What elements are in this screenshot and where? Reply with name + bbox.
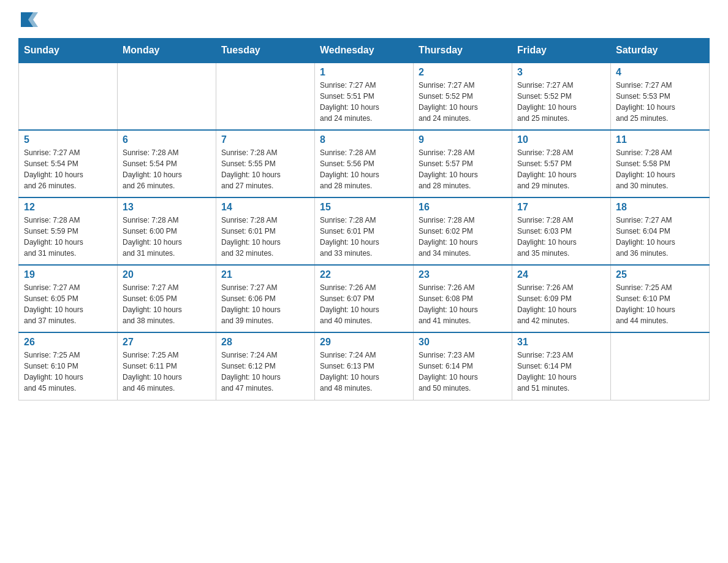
calendar-cell: 17Sunrise: 7:28 AM Sunset: 6:03 PM Dayli…: [512, 197, 611, 265]
day-number: 8: [320, 134, 408, 145]
day-number: 26: [24, 337, 112, 348]
day-info: Sunrise: 7:28 AM Sunset: 5:55 PM Dayligh…: [221, 147, 309, 191]
day-number: 18: [616, 202, 704, 213]
calendar-cell: 18Sunrise: 7:27 AM Sunset: 6:04 PM Dayli…: [611, 197, 710, 265]
calendar-cell: 3Sunrise: 7:27 AM Sunset: 5:52 PM Daylig…: [512, 63, 611, 130]
day-info: Sunrise: 7:27 AM Sunset: 6:04 PM Dayligh…: [616, 215, 704, 259]
day-info: Sunrise: 7:23 AM Sunset: 6:14 PM Dayligh…: [517, 350, 605, 394]
day-info: Sunrise: 7:26 AM Sunset: 6:09 PM Dayligh…: [517, 282, 605, 326]
calendar-week-row: 19Sunrise: 7:27 AM Sunset: 6:05 PM Dayli…: [19, 265, 710, 332]
day-number: 21: [221, 269, 309, 280]
calendar-cell: 23Sunrise: 7:26 AM Sunset: 6:08 PM Dayli…: [414, 265, 512, 332]
day-info: Sunrise: 7:26 AM Sunset: 6:07 PM Dayligh…: [320, 282, 408, 326]
day-number: 29: [320, 337, 408, 348]
calendar-cell: 26Sunrise: 7:25 AM Sunset: 6:10 PM Dayli…: [19, 332, 118, 400]
day-info: Sunrise: 7:28 AM Sunset: 6:01 PM Dayligh…: [320, 215, 408, 259]
calendar-cell: 29Sunrise: 7:24 AM Sunset: 6:13 PM Dayli…: [315, 332, 414, 400]
calendar-cell: 8Sunrise: 7:28 AM Sunset: 5:56 PM Daylig…: [315, 130, 414, 197]
day-number: 7: [221, 134, 309, 145]
day-info: Sunrise: 7:28 AM Sunset: 5:57 PM Dayligh…: [517, 147, 605, 191]
calendar-cell: 5Sunrise: 7:27 AM Sunset: 5:54 PM Daylig…: [19, 130, 118, 197]
calendar-cell: 24Sunrise: 7:26 AM Sunset: 6:09 PM Dayli…: [512, 265, 611, 332]
calendar-header-wednesday: Wednesday: [315, 39, 414, 63]
day-info: Sunrise: 7:27 AM Sunset: 6:06 PM Dayligh…: [221, 282, 309, 326]
calendar-cell: 27Sunrise: 7:25 AM Sunset: 6:11 PM Dayli…: [118, 332, 216, 400]
day-info: Sunrise: 7:27 AM Sunset: 5:53 PM Dayligh…: [616, 80, 704, 124]
calendar-cell: 31Sunrise: 7:23 AM Sunset: 6:14 PM Dayli…: [512, 332, 611, 400]
logo: [18, 12, 38, 26]
day-number: 30: [419, 337, 507, 348]
day-number: 4: [616, 67, 704, 78]
day-number: 15: [320, 202, 408, 213]
day-number: 19: [24, 269, 112, 280]
day-info: Sunrise: 7:27 AM Sunset: 5:52 PM Dayligh…: [419, 80, 507, 124]
day-number: 16: [419, 202, 507, 213]
day-info: Sunrise: 7:27 AM Sunset: 5:52 PM Dayligh…: [517, 80, 605, 124]
day-number: 28: [221, 337, 309, 348]
calendar-header-saturday: Saturday: [611, 39, 710, 63]
day-info: Sunrise: 7:28 AM Sunset: 5:59 PM Dayligh…: [24, 215, 112, 259]
calendar-header-sunday: Sunday: [19, 39, 118, 63]
calendar-cell: 6Sunrise: 7:28 AM Sunset: 5:54 PM Daylig…: [118, 130, 216, 197]
day-info: Sunrise: 7:27 AM Sunset: 6:05 PM Dayligh…: [24, 282, 112, 326]
day-info: Sunrise: 7:28 AM Sunset: 5:54 PM Dayligh…: [123, 147, 211, 191]
day-info: Sunrise: 7:24 AM Sunset: 6:13 PM Dayligh…: [320, 350, 408, 394]
svg-marker-1: [28, 12, 38, 27]
calendar-cell: [19, 63, 118, 130]
calendar-cell: 13Sunrise: 7:28 AM Sunset: 6:00 PM Dayli…: [118, 197, 216, 265]
calendar-cell: 28Sunrise: 7:24 AM Sunset: 6:12 PM Dayli…: [216, 332, 315, 400]
day-number: 17: [517, 202, 605, 213]
calendar-week-row: 1Sunrise: 7:27 AM Sunset: 5:51 PM Daylig…: [19, 63, 710, 130]
day-number: 20: [123, 269, 211, 280]
calendar-week-row: 5Sunrise: 7:27 AM Sunset: 5:54 PM Daylig…: [19, 130, 710, 197]
calendar-cell: 25Sunrise: 7:25 AM Sunset: 6:10 PM Dayli…: [611, 265, 710, 332]
calendar-cell: 4Sunrise: 7:27 AM Sunset: 5:53 PM Daylig…: [611, 63, 710, 130]
calendar-header-row: SundayMondayTuesdayWednesdayThursdayFrid…: [19, 39, 710, 63]
calendar-cell: 12Sunrise: 7:28 AM Sunset: 5:59 PM Dayli…: [19, 197, 118, 265]
page-header: [18, 12, 710, 26]
calendar-cell: [216, 63, 315, 130]
calendar-header-monday: Monday: [118, 39, 216, 63]
calendar-week-row: 12Sunrise: 7:28 AM Sunset: 5:59 PM Dayli…: [19, 197, 710, 265]
day-info: Sunrise: 7:27 AM Sunset: 5:54 PM Dayligh…: [24, 147, 112, 191]
calendar-cell: 1Sunrise: 7:27 AM Sunset: 5:51 PM Daylig…: [315, 63, 414, 130]
day-info: Sunrise: 7:28 AM Sunset: 6:00 PM Dayligh…: [123, 215, 211, 259]
calendar-cell: 11Sunrise: 7:28 AM Sunset: 5:58 PM Dayli…: [611, 130, 710, 197]
day-info: Sunrise: 7:28 AM Sunset: 5:56 PM Dayligh…: [320, 147, 408, 191]
calendar-cell: 14Sunrise: 7:28 AM Sunset: 6:01 PM Dayli…: [216, 197, 315, 265]
calendar-cell: [611, 332, 710, 400]
day-info: Sunrise: 7:25 AM Sunset: 6:10 PM Dayligh…: [616, 282, 704, 326]
calendar-header-thursday: Thursday: [414, 39, 512, 63]
day-info: Sunrise: 7:23 AM Sunset: 6:14 PM Dayligh…: [419, 350, 507, 394]
day-number: 1: [320, 67, 408, 78]
calendar-cell: 21Sunrise: 7:27 AM Sunset: 6:06 PM Dayli…: [216, 265, 315, 332]
day-number: 6: [123, 134, 211, 145]
day-info: Sunrise: 7:28 AM Sunset: 6:01 PM Dayligh…: [221, 215, 309, 259]
day-number: 31: [517, 337, 605, 348]
calendar-cell: 30Sunrise: 7:23 AM Sunset: 6:14 PM Dayli…: [414, 332, 512, 400]
day-number: 27: [123, 337, 211, 348]
calendar-cell: 7Sunrise: 7:28 AM Sunset: 5:55 PM Daylig…: [216, 130, 315, 197]
logo-flag-icon: [20, 10, 38, 28]
day-number: 3: [517, 67, 605, 78]
day-number: 10: [517, 134, 605, 145]
calendar-header-tuesday: Tuesday: [216, 39, 315, 63]
calendar-cell: 15Sunrise: 7:28 AM Sunset: 6:01 PM Dayli…: [315, 197, 414, 265]
day-info: Sunrise: 7:25 AM Sunset: 6:11 PM Dayligh…: [123, 350, 211, 394]
day-number: 11: [616, 134, 704, 145]
day-info: Sunrise: 7:28 AM Sunset: 6:02 PM Dayligh…: [419, 215, 507, 259]
calendar-cell: 22Sunrise: 7:26 AM Sunset: 6:07 PM Dayli…: [315, 265, 414, 332]
day-number: 25: [616, 269, 704, 280]
day-number: 5: [24, 134, 112, 145]
calendar-cell: 9Sunrise: 7:28 AM Sunset: 5:57 PM Daylig…: [414, 130, 512, 197]
day-number: 12: [24, 202, 112, 213]
day-number: 9: [419, 134, 507, 145]
day-number: 24: [517, 269, 605, 280]
calendar-header-friday: Friday: [512, 39, 611, 63]
day-info: Sunrise: 7:27 AM Sunset: 5:51 PM Dayligh…: [320, 80, 408, 124]
day-info: Sunrise: 7:24 AM Sunset: 6:12 PM Dayligh…: [221, 350, 309, 394]
calendar-week-row: 26Sunrise: 7:25 AM Sunset: 6:10 PM Dayli…: [19, 332, 710, 400]
day-info: Sunrise: 7:28 AM Sunset: 5:57 PM Dayligh…: [419, 147, 507, 191]
calendar-cell: 10Sunrise: 7:28 AM Sunset: 5:57 PM Dayli…: [512, 130, 611, 197]
day-number: 13: [123, 202, 211, 213]
